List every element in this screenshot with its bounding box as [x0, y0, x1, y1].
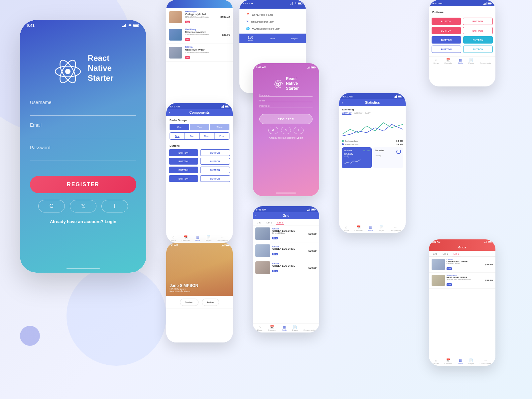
comp-tab-pages[interactable]: 📄Pages	[206, 235, 211, 241]
g-tab-grids[interactable]: ▦Grids	[282, 325, 286, 331]
comp-button-6[interactable]: BUTTON	[200, 167, 230, 173]
radio-one-filled[interactable]: One	[170, 124, 189, 130]
btn-row-1: BUTTON BUTTON	[429, 17, 495, 26]
income-card: Income +12.1% $2,675 21 Day	[342, 147, 372, 168]
g-tab-calendar[interactable]: 📅Calendar	[268, 325, 276, 331]
comp-button-7[interactable]: BUTTON	[169, 175, 198, 182]
grid-tab-list2[interactable]: List 2	[276, 221, 284, 225]
product-thumb-2	[169, 29, 182, 41]
main-app-title: ReactNativeStarter	[88, 53, 113, 83]
stats-tab-bar: ⌂Home 📅Calendar ▦Grids 📄Pages ⋯Component…	[339, 224, 406, 233]
btn-tab-grids[interactable]: ▦Grids	[458, 58, 463, 64]
register-twitter-btn[interactable]: 𝕏	[281, 127, 291, 134]
comp-button-8[interactable]: BUTTON	[200, 175, 230, 182]
s-tab-grids[interactable]: ▦Grids	[368, 225, 373, 231]
s-tab-components[interactable]: ⋯Components	[390, 225, 401, 231]
grid-tab-list1[interactable]: List 1	[265, 221, 273, 225]
button-cyan-outline-1[interactable]: BUTTON	[463, 46, 493, 53]
button-red-outline-1[interactable]: BUTTON	[463, 18, 493, 25]
comp-tab-components[interactable]: ⋯Components	[217, 235, 228, 241]
location-icon: 📍	[246, 13, 250, 16]
back-arrow[interactable]: ‹	[169, 111, 170, 114]
register-screen: 9:41 AM ReactNativeStarter	[253, 63, 319, 196]
grid-back-arrow[interactable]: ‹	[255, 214, 256, 217]
main-login-link[interactable]: Login	[105, 219, 116, 224]
svg-rect-43	[312, 209, 315, 210]
radio-two-filled[interactable]: Two	[190, 124, 209, 130]
button-cyan-1[interactable]: BUTTON	[463, 36, 493, 44]
comp-button-1[interactable]: BUTTON	[169, 149, 198, 156]
main-already-text: Already have an account? Login	[50, 219, 116, 224]
tab-monthly[interactable]: MONTHLY	[342, 112, 351, 115]
button-blue-outline-1[interactable]: BUTTON	[432, 46, 461, 53]
svg-rect-24	[222, 106, 223, 108]
main-password-input[interactable]	[30, 152, 136, 161]
main-register-button[interactable]: REGISTER	[30, 176, 136, 193]
btn-tab-pages[interactable]: 📄Pages	[468, 58, 474, 64]
register-google-btn[interactable]: G	[268, 127, 278, 134]
g-tab-home[interactable]: ⌂Home	[257, 325, 262, 331]
s-tab-calendar[interactable]: 📅Calendar	[354, 225, 362, 231]
register-submit-button[interactable]: REGISTER	[259, 114, 313, 124]
gsm-tab-list2[interactable]: List 2	[452, 252, 461, 256]
radio-three-outline[interactable]: Three	[200, 133, 215, 139]
radio-one-outline[interactable]: One	[170, 133, 185, 139]
main-username-input[interactable]	[30, 107, 136, 116]
stat-projects[interactable]: Projects	[284, 34, 306, 43]
profile-address-row: 📍 11571, Paris, France	[243, 11, 303, 18]
components-tab-bar: ⌂Home 📅Calendar ▦Grids 📄Pages ⋯Component…	[166, 234, 233, 243]
radio-two-outline[interactable]: Two	[185, 133, 200, 139]
gsm-tc[interactable]: 📅Calendar	[444, 358, 452, 364]
svg-rect-19	[486, 2, 487, 5]
svg-point-34	[277, 83, 279, 84]
button-red-2[interactable]: BUTTON	[432, 27, 461, 34]
register-facebook-btn[interactable]: f	[294, 127, 304, 134]
gsm-tab-list1[interactable]: List 1	[441, 252, 450, 256]
s-tab-pages[interactable]: 📄Pages	[379, 225, 384, 231]
phone-profile-bottom: 9:41 AM Jane SIMPSON UI/UX Designer Reac…	[166, 243, 233, 342]
btn-tab-components[interactable]: ⋯Components	[480, 58, 491, 64]
components-status: 9:41 AM	[166, 103, 233, 109]
gsm-tab-grid[interactable]: Grid	[432, 252, 439, 256]
comp-tab-grids[interactable]: ▦Grids	[195, 235, 200, 241]
radio-four-outline[interactable]: Four	[214, 133, 229, 139]
register-logo-row: ReactNativeStarter	[273, 76, 299, 91]
svg-rect-21	[488, 3, 491, 4]
comp-tab-calendar[interactable]: 📅Calendar	[182, 235, 190, 241]
gsm-tg[interactable]: ▦Grids	[458, 358, 463, 364]
register-username-field: Username	[259, 94, 313, 97]
s-tab-home[interactable]: ⌂Home	[343, 225, 349, 231]
stat-social[interactable]: Social	[262, 34, 284, 43]
legend-business: Business class	[342, 140, 358, 142]
button-red-1[interactable]: BUTTON	[432, 18, 461, 25]
grid-tab-grid[interactable]: Grid	[255, 221, 262, 225]
comp-button-4[interactable]: BUTTON	[200, 158, 230, 165]
main-email-input[interactable]	[30, 129, 136, 138]
tab-daily[interactable]: DAILY	[365, 112, 371, 115]
gsm-tcomp[interactable]: ⋯Components	[480, 358, 491, 364]
gsm-product-img-2	[432, 275, 445, 286]
stats-back-arrow[interactable]: ‹	[342, 101, 343, 104]
profile-contact-button[interactable]: Contact	[180, 299, 199, 306]
main-twitter-button[interactable]: 𝕏	[70, 200, 96, 212]
comp-button-3[interactable]: BUTTON	[169, 158, 198, 165]
tab-weekly[interactable]: WEEKLY	[354, 112, 362, 115]
gsm-th[interactable]: ⌂Home	[433, 358, 439, 364]
btn-tab-home[interactable]: ⌂Home	[433, 58, 439, 64]
comp-tab-home[interactable]: ⌂Home	[171, 235, 176, 241]
g-tab-components[interactable]: ⋯Components	[304, 325, 315, 331]
main-google-button[interactable]: G	[38, 200, 65, 212]
button-blue-1[interactable]: BUTTON	[432, 36, 461, 44]
profile-follow-button[interactable]: Follow	[202, 299, 219, 306]
comp-button-2[interactable]: BUTTON	[200, 149, 230, 156]
button-red-outline-2[interactable]: BUTTON	[463, 27, 493, 34]
btn-tab-calendar[interactable]: 📅Calendar	[444, 58, 452, 64]
comp-button-5[interactable]: BUTTON	[169, 167, 198, 173]
register-login-link[interactable]: Login	[297, 137, 303, 139]
main-facebook-button[interactable]: f	[101, 200, 128, 212]
gsm-tp[interactable]: 📄Pages	[468, 358, 474, 364]
g-tab-pages[interactable]: 📄Pages	[292, 325, 298, 331]
list-item: Mad Perry Citizen eco-drive 30% off chil…	[166, 26, 233, 44]
phone-grid: 9:41 AM ‹ Grid Grid List 1 List 2	[253, 206, 319, 332]
radio-three-filled[interactable]: Three	[210, 124, 229, 130]
